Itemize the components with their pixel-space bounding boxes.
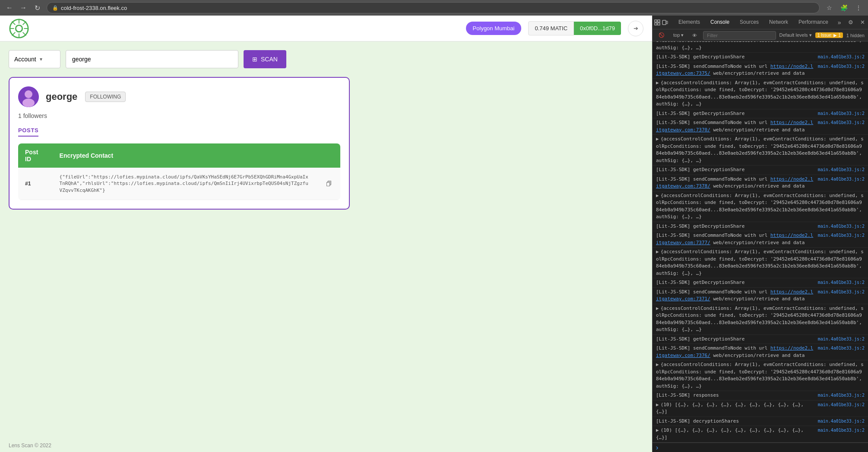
console-entry: [Lit-JS-SDK] sendCommandToNode with url … (653, 344, 868, 360)
devtools-device-button[interactable] (662, 17, 668, 28)
console-entry-location[interactable]: main.4a01be33.js:2 (818, 54, 865, 61)
scan-icon: ⊞ (252, 56, 257, 63)
col-header-encrypted-contact: Encrypted Contact (53, 143, 317, 168)
expand-icon[interactable]: ▶ (656, 80, 659, 86)
svg-line-9 (12, 32, 16, 35)
console-caret: › (656, 444, 658, 452)
following-badge[interactable]: FOLLOWING (85, 92, 126, 102)
console-top-select[interactable]: top ▾ (671, 32, 686, 39)
url-text: cold-frost-2338.on.fleek.co (61, 5, 127, 11)
console-clear-button[interactable]: 🚫 (656, 32, 667, 39)
console-entry: ▶{accessControlConditions: Array(1), evm… (653, 191, 868, 222)
console-entry: [Lit-JS-SDK] sendCommandToNode with url … (653, 62, 868, 79)
devtools-tab-console[interactable]: Console (705, 16, 735, 30)
expand-icon[interactable]: ▶ (656, 402, 659, 407)
console-output[interactable]: web/encryption/retrieve and data▶{access… (653, 41, 868, 442)
expand-icon[interactable]: ▶ (656, 249, 659, 255)
console-entry-location[interactable]: main.4a01be33.js:2 (818, 223, 865, 230)
devtools-tab-sources[interactable]: Sources (735, 16, 764, 30)
profile-info: george FOLLOWING (46, 91, 126, 102)
logout-button[interactable]: ➔ (628, 21, 643, 36)
console-entry: [Lit-JS-SDK] sendCommandToNode with url … (653, 231, 868, 248)
console-entry: ▶(10) [{…}, {…}, {…}, {…}, {…}, {…}, {…}… (653, 426, 868, 442)
footer-text: Lens Scan © 2022 (9, 442, 51, 449)
followers-count: 1 followers (18, 112, 340, 119)
console-entry: [Lit-JS-SDK] getDecryptionSharemain.4a01… (653, 109, 868, 119)
console-entry-content: [Lit-JS-SDK] sendCommandToNode with url … (656, 119, 814, 134)
console-entry-content: [Lit-JS-SDK] decryptionShares (656, 418, 814, 425)
svg-rect-18 (666, 21, 668, 24)
scan-label: SCAN (261, 56, 278, 63)
expand-icon[interactable]: ▶ (656, 136, 659, 142)
console-filter-input[interactable] (703, 31, 776, 40)
console-entry-location[interactable]: main.4a01be33.js:2 (818, 336, 865, 343)
console-entry-location[interactable]: main.4a01be33.js:2 (818, 418, 865, 425)
forward-button[interactable]: → (17, 2, 29, 14)
console-entry-content: [Lit-JS-SDK] sendCommandToNode with url … (656, 289, 814, 303)
post-id-cell: #1 (18, 168, 53, 200)
top-label: top (673, 32, 680, 38)
svg-rect-13 (655, 20, 657, 22)
console-entry-content: ▶(10) [{…}, {…}, {…}, {…}, {…}, {…}, {…}… (656, 401, 814, 416)
posts-tab-label: POSTS (18, 127, 38, 134)
search-input-wrap (66, 50, 238, 68)
console-link[interactable]: https://node2.litgateway.com:7370/ (656, 120, 813, 133)
chevron-down-icon: ▾ (40, 56, 42, 62)
main-layout: Polygon Mumbai 0.749 MATIC 0x0f0D...1d79… (0, 16, 868, 452)
console-entry-location[interactable]: main.4a01be33.js:2 (818, 63, 865, 77)
console-eye-button[interactable]: 👁 (690, 32, 700, 39)
table-row: #1{"fileUrl":"https://lofies.mypinata.cl… (18, 168, 340, 200)
devtools-tab-elements[interactable]: Elements (673, 16, 705, 30)
console-entry-location[interactable]: main.4a01be33.js:2 (818, 345, 865, 359)
console-entry-location[interactable]: main.4a01be33.js:2 (818, 176, 865, 190)
search-type-select[interactable]: Account ▾ (9, 50, 60, 68)
back-button[interactable]: ← (3, 2, 16, 14)
console-entry-content: [Lit-JS-SDK] getDecryptionShare (656, 336, 814, 343)
devtools-inspect-button[interactable] (654, 17, 660, 28)
bookmark-button[interactable]: ☆ (823, 2, 835, 14)
address-display[interactable]: 0x0f0D...1d79 (574, 22, 621, 35)
console-entry-location[interactable]: main.4a01be33.js:2 (818, 392, 865, 399)
extensions-button[interactable]: 🧩 (838, 2, 850, 14)
posts-table-header: Post ID Encrypted Contact (18, 143, 340, 168)
menu-button[interactable]: ⋮ (852, 2, 865, 14)
scan-button[interactable]: ⊞ SCAN (244, 50, 286, 68)
console-entry-location[interactable]: main.4a01be33.js:2 (818, 427, 865, 441)
console-link[interactable]: https://node2.litgateway.com:7376/ (656, 345, 813, 358)
posts-tab[interactable]: POSTS (18, 126, 38, 137)
console-entry-location[interactable]: main.4a01be33.js:2 (818, 166, 865, 174)
console-entry: [Lit-JS-SDK] getDecryptionSharemain.4a01… (653, 335, 868, 344)
search-input[interactable] (66, 50, 238, 68)
app-content: Account ▾ ⊞ SCAN (0, 41, 652, 439)
copy-button[interactable]: 🗍 (324, 179, 333, 189)
console-entry: [Lit-JS-SDK] sendCommandToNode with url … (653, 175, 868, 191)
console-entry-location[interactable]: main.4a01be33.js:2 (818, 119, 865, 134)
network-button[interactable]: Polygon Mumbai (466, 22, 522, 35)
console-entry-location[interactable]: main.4a01be33.js:2 (818, 279, 865, 286)
refresh-button[interactable]: ↻ (31, 2, 43, 14)
console-entry-content: [Lit-JS-SDK] getDecryptionShare (656, 279, 814, 286)
console-entry-location[interactable]: main.4a01be33.js:2 (818, 401, 865, 416)
console-entry-content: ▶{accessControlConditions: Array(1), evm… (656, 248, 865, 277)
devtools-tab-network[interactable]: Network (764, 16, 793, 30)
console-entry-location[interactable]: main.4a01be33.js:2 (818, 232, 865, 246)
devtools-panel: ElementsConsoleSourcesNetworkPerformance… (652, 16, 868, 452)
expand-icon[interactable]: ▶ (656, 193, 659, 198)
address-bar[interactable]: 🔒 cold-frost-2338.on.fleek.co (47, 2, 820, 13)
console-link[interactable]: https://node2.litgateway.com:7378/ (656, 176, 813, 189)
expand-icon[interactable]: ▶ (656, 306, 659, 311)
devtools-close-button[interactable]: ✕ (858, 17, 868, 28)
devtools-settings-button[interactable]: ⚙ (846, 17, 856, 28)
console-entry-content: [Lit-JS-SDK] sendCommandToNode with url … (656, 63, 814, 77)
console-link[interactable]: https://node2.litgateway.com:7377/ (656, 232, 813, 245)
console-entry-location[interactable]: main.4a01be33.js:2 (818, 110, 865, 118)
console-link[interactable]: https://node2.litgateway.com:7371/ (656, 289, 813, 302)
console-default-levels[interactable]: Default levels ▾ (779, 32, 812, 38)
expand-icon[interactable]: ▶ (656, 362, 659, 367)
console-entry: ▶{accessControlConditions: Array(1), evm… (653, 248, 868, 278)
expand-icon[interactable]: ▶ (656, 427, 659, 433)
console-link[interactable]: https://node2.litgateway.com:7375/ (656, 64, 813, 76)
devtools-tab-performance[interactable]: Performance (793, 16, 833, 30)
devtools-more-tabs-button[interactable]: » (835, 17, 844, 28)
console-entry-location[interactable]: main.4a01be33.js:2 (818, 289, 865, 303)
